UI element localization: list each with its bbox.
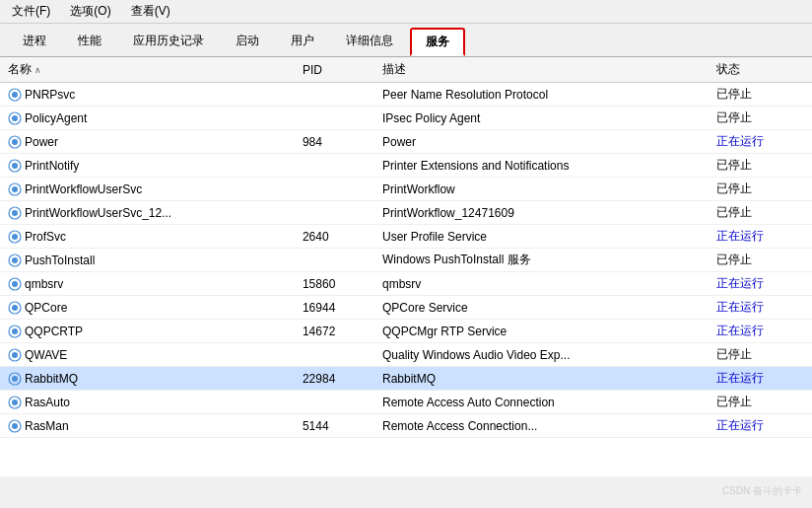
service-pid: 16944 [295,296,374,320]
table-row[interactable]: QPCore 16944QPCore Service正在运行 [0,296,812,320]
service-pid [295,201,374,225]
service-status: 已停止 [709,201,812,225]
svg-point-1 [12,92,18,98]
svg-point-19 [12,305,18,311]
table-row[interactable]: QWAVE Quality Windows Audio Video Exp...… [0,343,812,367]
service-name-cell: RasMan [0,414,295,438]
service-name-cell: RasAuto [0,391,295,414]
service-name-text: QPCore [25,301,67,315]
table-row[interactable]: PrintWorkflowUserSvc_12... PrintWorkflow… [0,201,812,225]
service-desc: PrintWorkflow_12471609 [374,201,709,225]
service-status: 已停止 [709,178,812,201]
table-row[interactable]: RasMan 5144Remote Access Connection...正在… [0,414,812,438]
col-status[interactable]: 状态 [709,57,812,83]
service-pid [295,154,374,178]
tabs-bar: 进程 性能 应用历史记录 启动 用户 详细信息 服务 [0,24,812,57]
table-row[interactable]: PolicyAgent IPsec Policy Agent已停止 [0,107,812,130]
service-icon [8,135,22,149]
service-name-cell: qmbsrv [0,272,295,296]
table-row[interactable]: PrintWorkflowUserSvc PrintWorkflow已停止 [0,178,812,201]
svg-point-3 [12,115,18,121]
service-icon [8,348,22,362]
service-status: 已停止 [709,83,812,107]
service-name-cell: QPCore [0,296,295,320]
svg-point-23 [12,352,18,358]
table-row[interactable]: RasAuto Remote Access Auto Connection已停止 [0,391,812,414]
service-name-text: QQPCRTP [25,325,83,338]
col-desc[interactable]: 描述 [374,57,709,83]
tab-performance[interactable]: 性能 [63,28,116,56]
service-pid: 22984 [295,367,374,391]
service-pid: 5144 [295,414,374,438]
service-desc: Printer Extensions and Notifications [374,154,709,178]
service-pid [295,178,374,201]
service-icon [8,301,22,315]
service-name-cell: Power [0,130,295,154]
table-row[interactable]: RabbitMQ 22984RabbitMQ正在运行 [0,367,812,391]
service-desc: PrintWorkflow [374,178,709,201]
service-icon [8,159,22,173]
service-name-text: Power [25,135,58,149]
service-pid [295,249,374,272]
service-name-cell: PNRPsvc [0,83,295,107]
tab-details[interactable]: 详细信息 [331,28,408,56]
tab-services[interactable]: 服务 [410,28,465,56]
service-status: 正在运行 [709,367,812,391]
service-icon [8,111,22,125]
service-status: 正在运行 [709,225,812,249]
table-row[interactable]: PNRPsvc Peer Name Resolution Protocol已停止 [0,83,812,107]
service-status: 已停止 [709,107,812,130]
service-icon [8,372,22,386]
service-name-text: PushToInstall [25,254,95,267]
service-name-cell: PrintNotify [0,154,295,178]
svg-point-13 [12,234,18,240]
service-pid: 2640 [295,225,374,249]
service-name-cell: QQPCRTP [0,320,295,343]
service-icon [8,88,22,102]
service-desc: Quality Windows Audio Video Exp... [374,343,709,367]
table-row[interactable]: PrintNotify Printer Extensions and Notif… [0,154,812,178]
svg-point-17 [12,281,18,287]
service-icon [8,419,22,433]
service-name-text: PolicyAgent [25,111,87,125]
col-pid[interactable]: PID [295,57,374,83]
tab-process[interactable]: 进程 [8,28,61,56]
tab-users[interactable]: 用户 [276,28,329,56]
service-name-cell: PushToInstall [0,249,295,272]
table-row[interactable]: QQPCRTP 14672QQPCMgr RTP Service正在运行 [0,320,812,343]
col-name[interactable]: 名称 [0,57,295,83]
svg-point-29 [12,423,18,429]
service-desc: Windows PushToInstall 服务 [374,249,709,272]
service-name-cell: PrintWorkflowUserSvc [0,178,295,201]
service-desc: User Profile Service [374,225,709,249]
service-name-cell: PrintWorkflowUserSvc_12... [0,201,295,225]
services-table-container: 名称 PID 描述 状态 PNRPsvc Peer Name Resolutio… [0,57,812,476]
menu-view[interactable]: 查看(V) [127,2,174,21]
service-name-text: QWAVE [25,348,67,362]
table-row[interactable]: PushToInstall Windows PushToInstall 服务已停… [0,249,812,272]
svg-point-7 [12,163,18,169]
svg-point-21 [12,328,18,334]
service-pid [295,343,374,367]
svg-point-25 [12,376,18,382]
service-desc: Remote Access Connection... [374,414,709,438]
tab-app-history[interactable]: 应用历史记录 [118,28,219,56]
service-desc: IPsec Policy Agent [374,107,709,130]
svg-point-5 [12,139,18,145]
service-icon [8,254,22,267]
menu-file[interactable]: 文件(F) [8,2,54,21]
table-row[interactable]: qmbsrv 15860qmbsrv正在运行 [0,272,812,296]
table-row[interactable]: Power 984Power正在运行 [0,130,812,154]
svg-point-11 [12,210,18,216]
svg-point-9 [12,186,18,192]
service-icon [8,277,22,291]
menu-options[interactable]: 选项(O) [66,2,114,21]
table-row[interactable]: ProfSvc 2640User Profile Service正在运行 [0,225,812,249]
service-desc: qmbsrv [374,272,709,296]
service-desc: Peer Name Resolution Protocol [374,83,709,107]
tab-startup[interactable]: 启动 [221,28,274,56]
service-status: 正在运行 [709,320,812,343]
service-pid: 984 [295,130,374,154]
service-status: 已停止 [709,154,812,178]
service-name-text: PrintNotify [25,159,79,173]
